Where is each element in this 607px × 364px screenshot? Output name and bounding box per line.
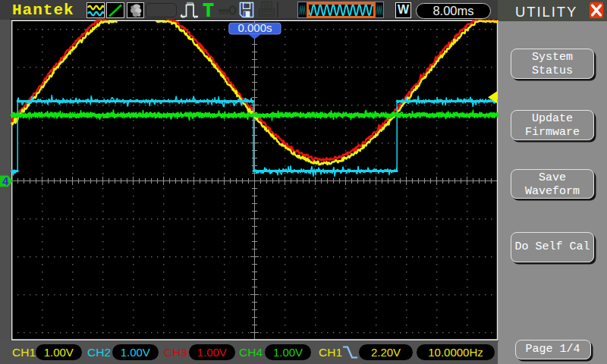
svg-text:0.000s: 0.000s: [237, 21, 272, 34]
svg-text:4: 4: [2, 175, 8, 187]
